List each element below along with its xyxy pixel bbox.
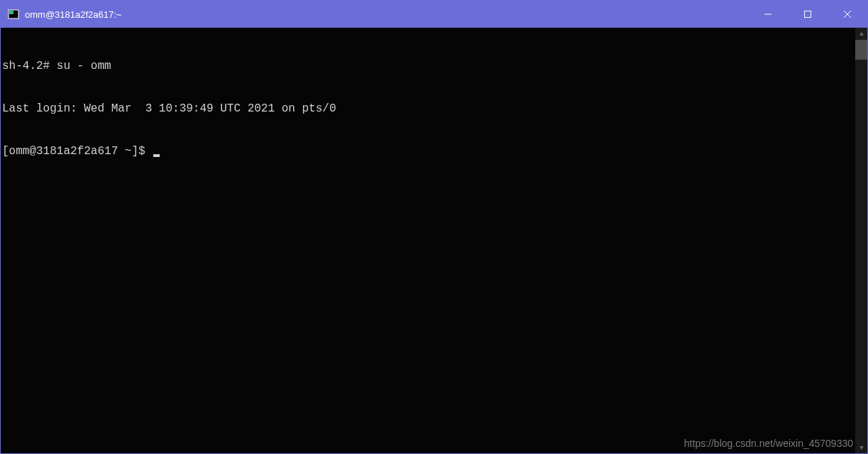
terminal-icon bbox=[8, 9, 19, 20]
svg-marker-7 bbox=[859, 446, 864, 450]
scrollbar[interactable] bbox=[855, 28, 867, 453]
terminal-prompt-line: [omm@3181a2f2a617 ~]$ bbox=[2, 144, 854, 158]
close-button[interactable] bbox=[828, 1, 867, 28]
scroll-down-arrow-icon[interactable] bbox=[855, 441, 867, 453]
maximize-button[interactable] bbox=[788, 1, 828, 28]
terminal-prompt: [omm@3181a2f2a617 ~]$ bbox=[2, 145, 152, 158]
scroll-thumb[interactable] bbox=[855, 40, 867, 60]
window-controls bbox=[748, 1, 867, 28]
svg-rect-3 bbox=[805, 11, 811, 18]
terminal-content[interactable]: sh-4.2# su - omm Last login: Wed Mar 3 1… bbox=[1, 28, 855, 453]
terminal-area: sh-4.2# su - omm Last login: Wed Mar 3 1… bbox=[1, 28, 867, 453]
terminal-window: omm@3181a2f2a617:~ sh-4.2# su - omm Last… bbox=[0, 0, 868, 454]
scroll-up-arrow-icon[interactable] bbox=[855, 28, 867, 40]
terminal-line: sh-4.2# su - omm bbox=[2, 59, 854, 73]
titlebar[interactable]: omm@3181a2f2a617:~ bbox=[1, 1, 867, 28]
terminal-line: Last login: Wed Mar 3 10:39:49 UTC 2021 … bbox=[2, 102, 854, 116]
window-title: omm@3181a2f2a617:~ bbox=[25, 9, 748, 20]
svg-rect-1 bbox=[9, 11, 13, 14]
cursor bbox=[153, 154, 160, 157]
svg-marker-6 bbox=[859, 32, 864, 36]
minimize-button[interactable] bbox=[748, 1, 788, 28]
